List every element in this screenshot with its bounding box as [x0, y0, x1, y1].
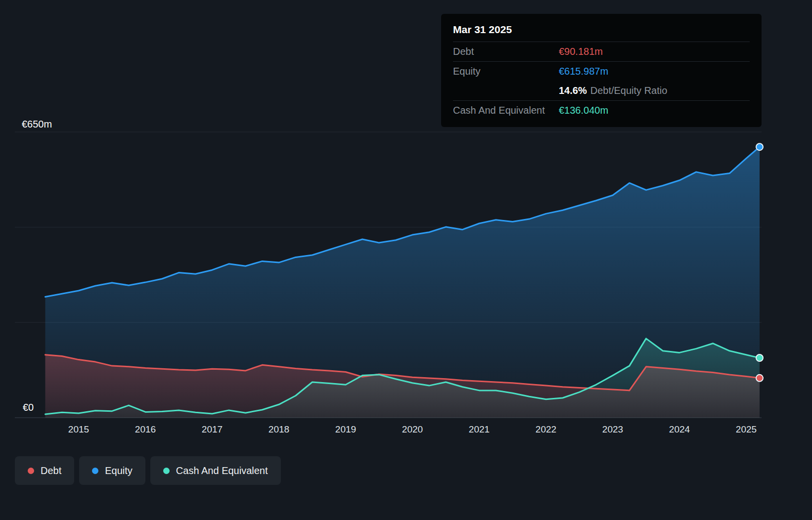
tooltip-ratio-value: 14.6%: [559, 85, 587, 96]
tooltip-row-equity: Equity €615.987m: [453, 62, 750, 81]
x-tick-label: 2021: [469, 424, 490, 435]
x-tick-label: 2015: [68, 424, 89, 435]
x-tick-label: 2018: [269, 424, 289, 435]
legend-label-cash: Cash And Equivalent: [176, 465, 268, 477]
tooltip-row-ratio: 14.6%Debt/Equity Ratio: [453, 81, 750, 101]
x-tick-label: 2020: [402, 424, 423, 435]
x-tick-label: 2022: [536, 424, 556, 435]
cash-legend-dot-icon: [163, 468, 170, 474]
legend-item-debt[interactable]: Debt: [15, 456, 74, 485]
tooltip-cash-label: Cash And Equivalent: [453, 105, 559, 116]
x-tick-label: 2024: [669, 424, 690, 435]
legend: Debt Equity Cash And Equivalent: [15, 456, 281, 485]
tooltip-debt-value: €90.181m: [559, 46, 603, 57]
x-tick-label: 2019: [335, 424, 356, 435]
y-axis-label-zero: €0: [23, 402, 34, 413]
chart-canvas: €650m €0 2015201620172018201920202021202…: [0, 0, 812, 520]
legend-item-cash[interactable]: Cash And Equivalent: [150, 456, 281, 485]
tooltip-cash-value: €136.040m: [559, 105, 608, 116]
equity-legend-dot-icon: [92, 468, 98, 474]
x-tick-label: 2017: [202, 424, 223, 435]
tooltip: Mar 31 2025 Debt €90.181m Equity €615.98…: [441, 14, 762, 127]
tooltip-ratio-label: Debt/Equity Ratio: [590, 85, 668, 96]
tooltip-row-cash: Cash And Equivalent €136.040m: [453, 101, 750, 120]
y-axis-label-max: €650m: [22, 119, 52, 130]
x-tick-label: 2016: [135, 424, 156, 435]
tooltip-date: Mar 31 2025: [453, 19, 750, 42]
tooltip-equity-value: €615.987m: [559, 66, 608, 77]
tooltip-row-debt: Debt €90.181m: [453, 42, 750, 62]
tooltip-equity-label: Equity: [453, 66, 559, 77]
debt-legend-dot-icon: [28, 468, 34, 474]
x-tick-label: 2023: [602, 424, 623, 435]
legend-label-debt: Debt: [41, 465, 61, 477]
tooltip-debt-label: Debt: [453, 46, 559, 57]
legend-item-equity[interactable]: Equity: [79, 456, 145, 485]
legend-label-equity: Equity: [105, 465, 133, 477]
x-tick-label: 2025: [736, 424, 757, 435]
